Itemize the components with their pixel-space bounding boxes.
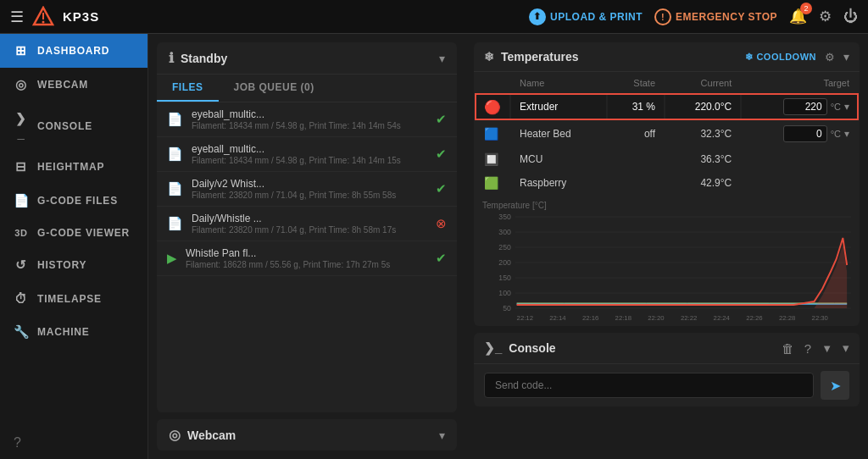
standby-card: ℹ Standby ▾ FILES JOB QUEUE (0) 📄 eyebal… [157, 42, 457, 412]
svg-text:22:12: 22:12 [517, 314, 533, 322]
col-target: Target [742, 74, 858, 92]
webcam-card-header: ◎ Webcam ▾ [157, 419, 457, 451]
sidebar-item-webcam[interactable]: ◎ WEBCAM [0, 68, 147, 102]
console-card-header: ❯_ Console 🗑 ? ▼ ▾ [474, 333, 860, 363]
help-icon[interactable]: ? [14, 435, 21, 450]
extruder-state: 31 % [608, 94, 664, 119]
center-panel: ℹ Standby ▾ FILES JOB QUEUE (0) 📄 eyebal… [148, 34, 465, 459]
topbar-right: ⬆ UPLOAD & PRINT ! EMERGENCY STOP 🔔 2 ⚙ … [529, 8, 858, 25]
sidebar-item-timelapse[interactable]: ⏱ TIMELAPSE [0, 282, 147, 315]
sidebar-item-machine[interactable]: 🔧 MACHINE [0, 315, 147, 349]
file-status-err-3: ⊗ [436, 216, 447, 231]
temp-settings-icon[interactable]: ⚙ [825, 51, 835, 64]
standby-info-icon: ℹ [169, 50, 174, 66]
extruder-status-dot: 🔴 [484, 100, 501, 114]
timelapse-icon: ⏱ [14, 291, 29, 306]
col-name: Name [511, 74, 606, 92]
svg-text:22:16: 22:16 [582, 314, 599, 322]
extruder-target-group: °C ▾ [750, 98, 849, 115]
console-prompt-icon: ❯_ [484, 340, 502, 356]
upload-print-button[interactable]: ⬆ UPLOAD & PRINT [529, 8, 643, 25]
svg-text:100: 100 [498, 289, 511, 297]
standby-title: ℹ Standby [169, 50, 227, 66]
webcam-chevron-icon[interactable]: ▾ [439, 429, 445, 442]
main-layout: ⊞ DASHBOARD ◎ WEBCAM ❯_ CONSOLE ⊟ HEIGHT… [0, 34, 868, 459]
sidebar-item-console[interactable]: ❯_ CONSOLE [0, 102, 147, 150]
svg-text:22:30: 22:30 [812, 314, 829, 322]
standby-chevron-icon[interactable]: ▾ [439, 52, 445, 65]
extruder-current: 220.0°C [665, 94, 740, 119]
temp-header-right: ❄ COOLDOWN ⚙ ▾ [745, 50, 849, 64]
temperature-chart: Temperature [°C] 350 300 250 200 150 [474, 196, 860, 326]
col-current: Current [665, 74, 740, 92]
tab-files[interactable]: FILES [157, 75, 219, 102]
notification-badge: 2 [800, 3, 812, 14]
console-send-input[interactable] [484, 373, 814, 398]
console-chevron-icon[interactable]: ▾ [843, 340, 849, 356]
power-icon[interactable]: ⏻ [843, 8, 858, 25]
webcam-title: ◎ Webcam [169, 427, 236, 443]
sidebar-item-heightmap[interactable]: ⊟ HEIGHTMAP [0, 150, 147, 184]
console-card: ❯_ Console 🗑 ? ▼ ▾ ➤ [474, 333, 860, 406]
temperatures-title: ❄ Temperatures [484, 50, 579, 64]
temperatures-card: ❄ Temperatures ❄ COOLDOWN ⚙ ▾ Name [474, 42, 860, 326]
file-info-0: eyeball_multic... Filament: 18434 mm / 5… [192, 108, 427, 130]
heater-bed-target-group: °C ▾ [750, 125, 849, 142]
console-input-row: ➤ [474, 363, 860, 406]
tab-job-queue[interactable]: JOB QUEUE (0) [219, 75, 330, 102]
cooldown-icon: ❄ [745, 52, 754, 63]
sidebar-item-gcode-viewer[interactable]: 3D G-CODE VIEWER [0, 218, 147, 248]
webcam-card: ◎ Webcam ▾ [157, 419, 457, 451]
mcu-current: 36.3°C [665, 148, 740, 170]
console-send-button[interactable]: ➤ [821, 371, 849, 400]
emergency-stop-button[interactable]: ! EMERGENCY STOP [654, 8, 777, 25]
raspberry-current: 42.9°C [665, 172, 740, 194]
temp-row-raspberry: 🟩 Raspberry 42.9°C [476, 172, 858, 194]
gcode-viewer-icon: 3D [14, 228, 29, 238]
extruder-target-input[interactable] [783, 98, 827, 115]
topbar-left: ☰ KP3S [10, 6, 99, 28]
file-item-1[interactable]: 📄 eyeball_multic... Filament: 18434 mm /… [157, 137, 457, 172]
console-help-icon[interactable]: ? [804, 341, 811, 356]
topbar: ☰ KP3S ⬆ UPLOAD & PRINT ! EMERGENCY STOP… [0, 0, 868, 34]
heater-bed-target-input[interactable] [783, 125, 827, 142]
file-item-2[interactable]: 📄 Daily/v2 Whist... Filament: 23820 mm /… [157, 172, 457, 207]
webcam-icon: ◎ [14, 77, 29, 92]
file-status-ok-4: ✔ [436, 251, 447, 266]
svg-text:22:20: 22:20 [648, 314, 665, 322]
heater-bed-name: Heater Bed [511, 121, 606, 147]
svg-text:22:22: 22:22 [681, 314, 697, 322]
hamburger-icon[interactable]: ☰ [10, 8, 24, 26]
temperature-table: Name State Current Target 🔴 Extruder 31 … [474, 72, 860, 196]
console-trash-icon[interactable]: 🗑 [782, 341, 794, 356]
cooldown-button[interactable]: ❄ COOLDOWN [745, 52, 816, 63]
file-item-3[interactable]: 📄 Daily/Whistle ... Filament: 23820 mm /… [157, 207, 457, 241]
sidebar-item-history[interactable]: ↺ HISTORY [0, 248, 147, 282]
temp-row-mcu: 🔲 MCU 36.3°C [476, 148, 858, 170]
mcu-name: MCU [511, 148, 606, 170]
sidebar-item-gcode-files[interactable]: 📄 G-CODE FILES [0, 184, 147, 218]
heater-bed-dropdown-icon[interactable]: ▾ [844, 128, 849, 140]
temp-row-heater-bed: 🟦 Heater Bed off 32.3°C °C ▾ [476, 121, 858, 147]
machine-icon: 🔧 [14, 324, 29, 340]
settings-icon[interactable]: ⚙ [819, 8, 832, 25]
notification-bell-icon[interactable]: 🔔 2 [789, 8, 807, 25]
file-item-0[interactable]: 📄 eyeball_multic... Filament: 18434 mm /… [157, 102, 457, 137]
extruder-dropdown-icon[interactable]: ▾ [844, 101, 849, 113]
mcu-state [608, 148, 664, 170]
logo-icon [32, 6, 54, 28]
chart-y-label: Temperature [°C] [482, 201, 851, 210]
gcode-files-icon: 📄 [14, 193, 29, 208]
file-item-4[interactable]: ▶ Whistle Pan fl... Filament: 18628 mm /… [157, 241, 457, 276]
console-filter-icon[interactable]: ▼ [821, 342, 832, 355]
sidebar: ⊞ DASHBOARD ◎ WEBCAM ❯_ CONSOLE ⊟ HEIGHT… [0, 34, 148, 459]
webcam-camera-icon: ◎ [169, 427, 181, 443]
file-info-1: eyeball_multic... Filament: 18434 mm / 5… [192, 143, 427, 165]
history-icon: ↺ [14, 257, 29, 273]
temp-chevron-icon[interactable]: ▾ [843, 50, 849, 64]
mcu-target [742, 148, 858, 170]
sidebar-item-dashboard[interactable]: ⊞ DASHBOARD [0, 34, 147, 68]
svg-text:350: 350 [498, 213, 511, 221]
file-info-3: Daily/Whistle ... Filament: 23820 mm / 7… [192, 213, 427, 235]
emergency-icon: ! [654, 8, 671, 25]
